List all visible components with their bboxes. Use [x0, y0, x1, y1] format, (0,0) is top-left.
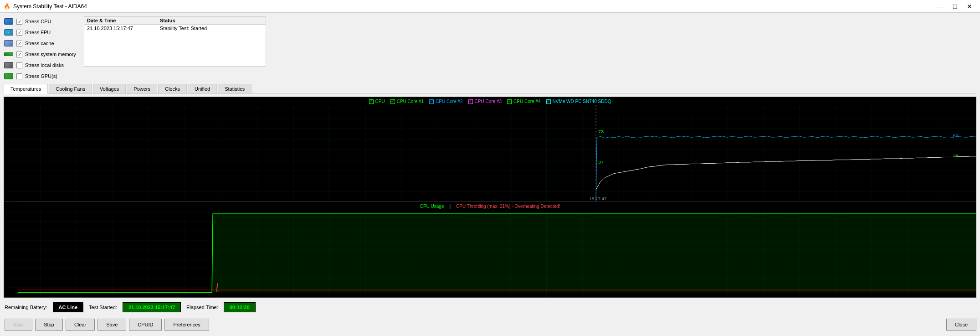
tab-bar: TemperaturesCooling FansVoltagesPowersCl…	[4, 84, 976, 94]
tab-clocks[interactable]: Clocks	[158, 84, 187, 93]
cpu-throttle-label: CPU Throttling (max: 21%) - Overheating …	[456, 204, 560, 209]
button-bar: Start Stop Clear Save CPUID Preferences	[4, 317, 210, 332]
log-row: 21.10.2023 15:17:47 Stability Test: Star…	[84, 25, 266, 32]
elapsed-label: Elapsed Time:	[186, 305, 218, 310]
stop-button[interactable]: Stop	[35, 319, 63, 331]
tab-temperatures[interactable]: Temperatures	[4, 84, 48, 94]
log-datetime: 21.10.2023 15:17:47	[87, 26, 160, 31]
tab-cooling-fans[interactable]: Cooling Fans	[49, 84, 92, 93]
cpu-usage-label: CPU Usage	[420, 204, 444, 209]
ram-icon	[4, 51, 14, 58]
stress-label-stress-gpu: Stress GPU(s)	[25, 73, 57, 79]
cpu-chart-legend: CPU Usage | CPU Throttling (max: 21%) - …	[420, 204, 560, 209]
stress-item-stress-gpu: Stress GPU(s)	[4, 71, 77, 81]
cpu-icon	[4, 18, 14, 25]
title-bar-left: 🔥 System Stability Test - AIDA64	[4, 3, 87, 10]
temp-chart-svg: 73 37 69 28 15:17:47	[4, 97, 976, 202]
stress-options-panel: Stress CPU≈Stress FPUStress cacheStress …	[4, 16, 77, 81]
legend-check-cpu-core-#4	[507, 99, 512, 104]
elapsed-value: 00:12:20	[224, 302, 256, 312]
maximize-button[interactable]: □	[948, 2, 962, 11]
legend-label: NVMe WD PC SN740 SDDQ	[553, 99, 611, 104]
close-button[interactable]: Close	[946, 319, 976, 331]
legend-item-nvme-wd-pc-sn740-sddq[interactable]: NVMe WD PC SN740 SDDQ	[546, 99, 611, 104]
temperature-chart: CPUCPU Core #1CPU Core #2CPU Core #3CPU …	[4, 97, 976, 202]
clear-button[interactable]: Clear	[66, 319, 95, 331]
svg-text:28: 28	[953, 154, 958, 158]
tab-statistics[interactable]: Statistics	[218, 84, 251, 93]
legend-check-cpu-core-#1	[390, 99, 395, 104]
battery-value: AC Line	[53, 302, 84, 312]
legend-item-cpu-core-#1[interactable]: CPU Core #1	[390, 99, 424, 104]
cpuid-button[interactable]: CPUID	[129, 319, 162, 331]
app-icon: 🔥	[4, 3, 10, 10]
tab-voltages[interactable]: Voltages	[93, 84, 126, 93]
checkbox-stress-disks[interactable]	[16, 62, 22, 68]
window-close-button[interactable]: ✕	[963, 2, 976, 11]
legend-separator: |	[449, 204, 451, 209]
log-status: Stability Test: Started	[160, 26, 263, 31]
cache-icon	[4, 40, 14, 47]
cpu-usage-chart: CPU Usage | CPU Throttling (max: 21%) - …	[4, 202, 976, 297]
legend-label: CPU Core #1	[397, 99, 424, 104]
svg-text:15:17:47: 15:17:47	[589, 196, 607, 201]
checkbox-stress-fpu[interactable]	[16, 30, 22, 36]
stress-label-stress-cache: Stress cache	[25, 41, 54, 46]
fpu-icon: ≈	[4, 29, 14, 36]
legend-check-nvme-wd-pc-sn740-sddq	[546, 99, 551, 104]
log-col-status: Status	[160, 18, 263, 23]
checkbox-stress-cache[interactable]	[16, 41, 22, 47]
tab-powers[interactable]: Powers	[127, 84, 157, 93]
status-bar: Remaining Battery: AC Line Test Started:…	[4, 300, 976, 314]
svg-text:69: 69	[953, 134, 958, 138]
stress-label-stress-memory: Stress system memory	[25, 52, 76, 57]
legend-label: CPU	[375, 99, 385, 104]
gpu-icon	[4, 72, 14, 80]
stress-item-stress-disks: Stress local disks	[4, 60, 77, 70]
log-panel: Date & Time Status 21.10.2023 15:17:47 S…	[84, 16, 266, 67]
legend-label: CPU Core #2	[436, 99, 462, 104]
battery-label: Remaining Battery:	[5, 305, 47, 310]
legend-label: CPU Core #3	[475, 99, 502, 104]
start-button[interactable]: Start	[5, 319, 32, 331]
legend-check-cpu-core-#2	[429, 99, 434, 104]
main-content: Stress CPU≈Stress FPUStress cacheStress …	[0, 13, 980, 336]
legend-check-cpu	[369, 99, 374, 104]
legend-label: CPU Core #4	[513, 99, 540, 104]
stress-item-stress-cpu: Stress CPU	[4, 16, 77, 26]
checkbox-stress-cpu[interactable]	[16, 19, 22, 25]
svg-rect-4	[4, 105, 976, 202]
charts-container: CPUCPU Core #1CPU Core #2CPU Core #3CPU …	[4, 97, 976, 298]
app-title: System Stability Test - AIDA64	[13, 3, 87, 10]
minimize-button[interactable]: —	[934, 2, 947, 11]
stress-label-stress-fpu: Stress FPU	[25, 30, 51, 35]
top-section: Stress CPU≈Stress FPUStress cacheStress …	[4, 16, 976, 81]
title-bar-controls: — □ ✕	[934, 2, 976, 11]
save-button[interactable]: Save	[97, 319, 126, 331]
svg-text:73: 73	[598, 129, 604, 134]
stress-item-stress-fpu: ≈Stress FPU	[4, 27, 77, 37]
log-col-datetime: Date & Time	[87, 18, 160, 23]
temp-chart-legend: CPUCPU Core #1CPU Core #2CPU Core #3CPU …	[369, 99, 611, 104]
legend-item-cpu-core-#3[interactable]: CPU Core #3	[468, 99, 502, 104]
checkbox-stress-gpu[interactable]	[16, 73, 22, 79]
cpu-chart-svg	[4, 202, 976, 297]
stress-item-stress-cache: Stress cache	[4, 38, 77, 48]
svg-text:37: 37	[598, 160, 604, 164]
legend-item-cpu-core-#4[interactable]: CPU Core #4	[507, 99, 540, 104]
log-header: Date & Time Status	[84, 17, 266, 25]
stress-label-stress-cpu: Stress CPU	[25, 19, 51, 24]
test-started-value: 21.10.2023 15:17:47	[123, 302, 181, 312]
disk-icon	[4, 62, 14, 69]
stress-label-stress-disks: Stress local disks	[25, 62, 64, 68]
legend-item-cpu[interactable]: CPU	[369, 99, 385, 104]
tab-unified[interactable]: Unified	[188, 84, 217, 93]
title-bar: 🔥 System Stability Test - AIDA64 — □ ✕	[0, 0, 980, 13]
bottom-area: Start Stop Clear Save CPUID Preferences …	[4, 317, 976, 332]
preferences-button[interactable]: Preferences	[164, 319, 209, 331]
legend-check-cpu-core-#3	[468, 99, 473, 104]
checkbox-stress-memory[interactable]	[16, 52, 22, 57]
legend-item-cpu-core-#2[interactable]: CPU Core #2	[429, 99, 462, 104]
stress-item-stress-memory: Stress system memory	[4, 49, 77, 59]
test-started-label: Test Started:	[89, 305, 117, 310]
